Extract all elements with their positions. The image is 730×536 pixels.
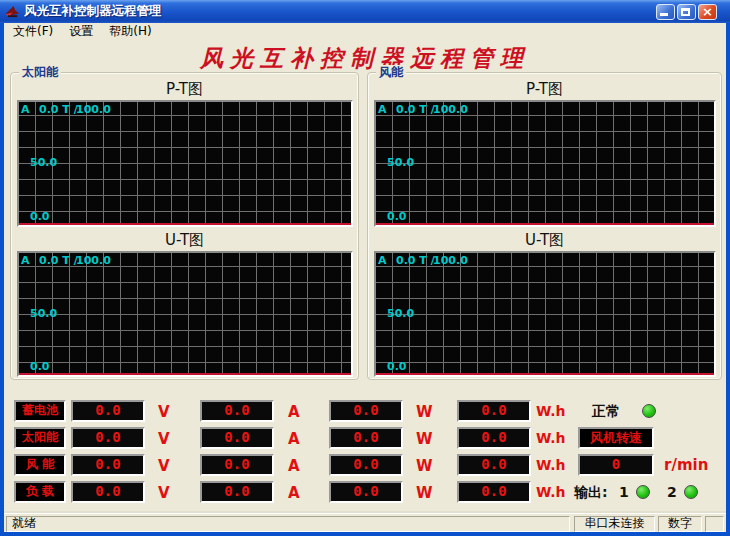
- battery-volt-display: 0.0: [71, 400, 145, 422]
- chart-baseline: [19, 373, 351, 375]
- fan-speed-unit: r/min: [664, 456, 708, 474]
- battery-wh-display: 0.0: [457, 400, 531, 422]
- menu-settings[interactable]: 设置: [61, 22, 101, 42]
- wind-amp-display: 0.0: [200, 454, 274, 476]
- volt-unit: V: [158, 484, 170, 502]
- close-button[interactable]: ×: [698, 4, 717, 20]
- fan-speed-display: 0: [578, 454, 654, 476]
- axis-t-label: 0.0 T /: [39, 103, 78, 116]
- wh-unit: W.h: [536, 457, 566, 473]
- watt-unit: W: [416, 484, 433, 502]
- wh-unit: W.h: [536, 430, 566, 446]
- load-watt-display: 0.0: [329, 481, 403, 503]
- battery-amp-display: 0.0: [200, 400, 274, 422]
- battery-label: 蓄电池: [14, 400, 66, 422]
- status-ready: 就绪: [6, 516, 570, 532]
- wind-wh-display: 0.0: [457, 454, 531, 476]
- solar-volt-display: 0.0: [71, 427, 145, 449]
- load-amp-display: 0.0: [200, 481, 274, 503]
- group-wind: 风能 P-T图 A 0.0 T / 100.0 50.0 0.0 U-T图 A …: [367, 72, 722, 380]
- fan-speed-label: 风机转速: [578, 427, 654, 449]
- chart-baseline: [19, 223, 351, 225]
- axis-t-label: 0.0 T /: [39, 254, 78, 267]
- wh-unit: W.h: [536, 403, 566, 419]
- app-window: 风光互补控制器远程管理 × 文件(F) 设置 帮助(H) 风光互补控制器远程管理…: [0, 0, 730, 536]
- axis-y-mid: 50.0: [30, 307, 57, 320]
- solar-pt-chart-title: P-T图: [11, 80, 358, 99]
- maximize-icon: [681, 8, 690, 16]
- output1-number: 1: [619, 484, 629, 500]
- group-solar-label: 太阳能: [19, 65, 61, 79]
- watt-unit: W: [416, 457, 433, 475]
- menu-bar: 文件(F) 设置 帮助(H): [4, 23, 726, 41]
- title-bar[interactable]: 风光互补控制器远程管理 ×: [0, 0, 730, 23]
- watt-unit: W: [416, 403, 433, 421]
- solar-ut-chart: A 0.0 T / 100.0 50.0 0.0: [17, 251, 353, 377]
- menu-file[interactable]: 文件(F): [5, 22, 61, 42]
- status-extra-pane: [705, 516, 724, 532]
- app-icon: [5, 4, 20, 19]
- chart-baseline: [376, 223, 714, 225]
- solar-amp-display: 0.0: [200, 427, 274, 449]
- output2-led: [684, 485, 698, 499]
- status-serial-connection: 串口未连接: [574, 516, 655, 532]
- solar-pt-chart: A 0.0 T / 100.0 50.0 0.0: [17, 100, 353, 227]
- volt-unit: V: [158, 457, 170, 475]
- wind-pt-chart: A 0.0 T / 100.0 50.0 0.0: [374, 100, 716, 227]
- axis-y-min: 0.0: [387, 210, 407, 223]
- status-bar: 就绪 串口未连接 数字: [4, 513, 726, 532]
- axis-t-max: 100.0: [76, 254, 111, 267]
- volt-unit: V: [158, 403, 170, 421]
- axis-t-max: 100.0: [433, 103, 468, 116]
- axis-y-min: 0.0: [30, 210, 50, 223]
- axis-y-name: A: [21, 103, 30, 116]
- axis-y-mid: 50.0: [387, 156, 414, 169]
- normal-status-led: [642, 404, 656, 418]
- menu-help[interactable]: 帮助(H): [101, 22, 159, 42]
- wind-ut-chart-title: U-T图: [368, 231, 721, 250]
- amp-unit: A: [288, 457, 300, 475]
- amp-unit: A: [288, 403, 300, 421]
- amp-unit: A: [288, 430, 300, 448]
- axis-y-name: A: [378, 103, 387, 116]
- minimize-button[interactable]: [656, 4, 675, 20]
- axis-t-label: 0.0 T /: [396, 103, 435, 116]
- group-solar: 太阳能 P-T图 A 0.0 T / 100.0 50.0 0.0 U-T图 A…: [10, 72, 359, 380]
- client-area: 文件(F) 设置 帮助(H) 风光互补控制器远程管理 太阳能 P-T图 A 0.…: [4, 23, 726, 532]
- solar-watt-display: 0.0: [329, 427, 403, 449]
- output-label: 输出:: [574, 484, 608, 502]
- axis-y-min: 0.0: [30, 360, 50, 373]
- wind-watt-display: 0.0: [329, 454, 403, 476]
- group-wind-label: 风能: [376, 65, 406, 79]
- solar-label: 太阳能: [14, 427, 66, 449]
- axis-y-name: A: [21, 254, 30, 267]
- amp-unit: A: [288, 484, 300, 502]
- load-wh-display: 0.0: [457, 481, 531, 503]
- window-title: 风光互补控制器远程管理: [24, 3, 656, 20]
- axis-t-label: 0.0 T /: [396, 254, 435, 267]
- wh-unit: W.h: [536, 484, 566, 500]
- axis-y-min: 0.0: [387, 360, 407, 373]
- axis-t-max: 100.0: [76, 103, 111, 116]
- solar-wh-display: 0.0: [457, 427, 531, 449]
- status-num-indicator: 数字: [658, 516, 702, 532]
- wind-ut-chart: A 0.0 T / 100.0 50.0 0.0: [374, 251, 716, 377]
- battery-watt-display: 0.0: [329, 400, 403, 422]
- solar-ut-chart-title: U-T图: [11, 231, 358, 250]
- maximize-button[interactable]: [677, 4, 696, 20]
- output2-number: 2: [667, 484, 677, 500]
- axis-y-mid: 50.0: [387, 307, 414, 320]
- axis-y-mid: 50.0: [30, 156, 57, 169]
- load-label: 负 载: [14, 481, 66, 503]
- row-load: 负 载 0.0 V 0.0 A 0.0 W 0.0 W.h: [4, 481, 726, 503]
- load-volt-display: 0.0: [71, 481, 145, 503]
- normal-status-label: 正常: [592, 403, 620, 421]
- axis-t-max: 100.0: [433, 254, 468, 267]
- output1-led: [636, 485, 650, 499]
- minimize-icon: [660, 13, 668, 16]
- chart-baseline: [376, 373, 714, 375]
- axis-y-name: A: [378, 254, 387, 267]
- wind-pt-chart-title: P-T图: [368, 80, 721, 99]
- watt-unit: W: [416, 430, 433, 448]
- volt-unit: V: [158, 430, 170, 448]
